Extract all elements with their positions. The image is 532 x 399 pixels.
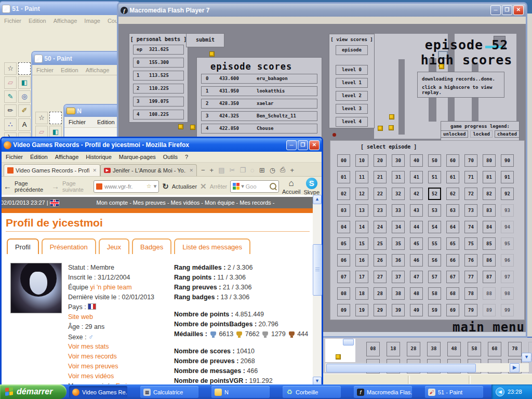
episode-button-71[interactable]: 71: [464, 171, 477, 183]
episode-button-47[interactable]: 47: [410, 271, 423, 283]
bookmark-star-icon[interactable]: ☆: [147, 183, 152, 190]
submit-button[interactable]: submit: [186, 33, 224, 47]
site-nav-links[interactable]: Mon compte - Mes preuves - Mes vidéos - …: [97, 200, 275, 206]
episode-button-14[interactable]: 14: [355, 221, 368, 233]
episode-button-35[interactable]: 35: [392, 237, 405, 250]
taskbar-item-5[interactable]: fMacromedia Flas...: [354, 386, 412, 398]
menu-item[interactable]: Historique: [86, 154, 112, 160]
menu-item[interactable]: ?: [185, 154, 188, 160]
episode-button-63[interactable]: 63: [446, 204, 459, 217]
address-bar[interactable]: www.vgr-fr. ☆ ▾: [94, 180, 159, 193]
tab-close-icon[interactable]: ✕: [189, 168, 193, 173]
view-scores-button-level3[interactable]: level 3: [336, 104, 368, 114]
episode-button-54[interactable]: 54: [428, 221, 441, 233]
episode-button-18[interactable]: 18: [355, 287, 368, 300]
episode-button-37[interactable]: 37: [392, 271, 405, 283]
maximize-button[interactable]: ❒: [502, 5, 512, 15]
vscroll-down-button[interactable]: ▼: [522, 353, 531, 362]
minus-icon[interactable]: −: [201, 166, 205, 174]
taskbar-item-1[interactable]: Video Games Re...: [69, 386, 127, 398]
episode-button-25[interactable]: 25: [374, 237, 387, 250]
browser-scrollbar[interactable]: ▲ ▼: [313, 195, 322, 386]
episode-button-19[interactable]: 19: [355, 304, 368, 316]
eraser-icon[interactable]: ▱: [4, 76, 17, 89]
episode-button-82[interactable]: 82: [483, 188, 496, 200]
profile-tab-4[interactable]: Badges: [132, 238, 171, 254]
rect-select-icon[interactable]: [18, 62, 31, 75]
search-magnifier-icon[interactable]: [270, 183, 276, 190]
episode-button-60[interactable]: 60: [446, 154, 459, 167]
refresh-button[interactable]: ↻: [162, 182, 169, 191]
episode-button-62[interactable]: 62: [446, 188, 459, 200]
episode-button-23[interactable]: 23: [374, 204, 387, 217]
episode-button-24[interactable]: 24: [374, 221, 387, 233]
menu-item[interactable]: Affichage: [86, 67, 110, 73]
menu-item[interactable]: Affichage: [54, 18, 77, 24]
episode-button-20[interactable]: 20: [374, 154, 387, 167]
copy-icon[interactable]: ❐: [240, 166, 246, 174]
close-button[interactable]: ✕: [309, 140, 320, 150]
episode-score-row[interactable]: 2428.350xaelar: [201, 99, 317, 109]
episode-button-21[interactable]: 21: [374, 171, 387, 183]
episode-button-04[interactable]: 04: [337, 221, 350, 233]
skype-icon[interactable]: S: [306, 178, 317, 189]
episode-button-33[interactable]: 33: [392, 204, 405, 217]
folder-n-titlebar[interactable]: N: [64, 105, 121, 117]
episode-button-56[interactable]: 56: [428, 254, 441, 267]
rect-select-icon[interactable]: [49, 112, 62, 124]
episode-button-85[interactable]: 85: [483, 237, 496, 250]
episode-button-94[interactable]: 94: [501, 221, 514, 233]
episode-button-84[interactable]: 84: [483, 221, 496, 233]
bg-episode-button-78[interactable]: 78: [508, 342, 522, 356]
episode-button-26[interactable]: 26: [374, 254, 387, 267]
episode-button-22[interactable]: 22: [374, 188, 387, 200]
episode-button-80[interactable]: 80: [483, 154, 496, 167]
episode-button-87[interactable]: 87: [483, 271, 496, 283]
episode-button-01[interactable]: 01: [337, 171, 350, 183]
episode-button-69[interactable]: 69: [446, 304, 459, 316]
episode-button-39[interactable]: 39: [392, 304, 405, 316]
forward-button[interactable]: →: [51, 182, 59, 191]
profile-link[interactable]: Voir mes vidéos: [68, 373, 114, 380]
view-scores-button-episode[interactable]: episode: [336, 45, 368, 55]
paste-icon[interactable]: ▤: [218, 166, 224, 174]
paint51-titlebar[interactable]: 🖌 51 - Paint: [0, 2, 119, 15]
cut-icon[interactable]: ✂: [229, 166, 235, 174]
episode-button-50[interactable]: 50: [428, 154, 441, 167]
episode-button-30[interactable]: 30: [392, 154, 405, 167]
episode-button-86[interactable]: 86: [483, 254, 496, 267]
pencil-icon[interactable]: ✏: [4, 104, 17, 117]
episode-button-76[interactable]: 76: [464, 254, 477, 267]
search-box[interactable]: ▾ Goo: [230, 180, 279, 193]
maximize-button[interactable]: ❒: [298, 140, 308, 150]
episode-button-00[interactable]: 00: [337, 154, 350, 167]
stop-button[interactable]: ✕: [200, 182, 207, 191]
episode-button-72[interactable]: 72: [464, 188, 477, 200]
profile-link[interactable]: Voir mes records: [68, 353, 117, 360]
episode-button-51[interactable]: 51: [428, 171, 441, 183]
episode-button-73[interactable]: 73: [464, 204, 477, 217]
scroll-thumb[interactable]: [313, 244, 322, 296]
view-scores-button-level2[interactable]: level 2: [336, 91, 368, 101]
episode-button-79[interactable]: 79: [464, 304, 477, 316]
home-button[interactable]: ⌂: [289, 178, 294, 188]
episode-button-32[interactable]: 32: [392, 188, 405, 200]
flash-titlebar[interactable]: f Macromedia Flash Player 7 — ❒ ✕: [118, 4, 526, 17]
episode-button-02[interactable]: 02: [337, 188, 350, 200]
tab-close-icon[interactable]: ✕: [92, 168, 97, 173]
magnifier-icon[interactable]: ◎: [18, 90, 31, 103]
add-icon[interactable]: +: [290, 166, 294, 174]
menu-item[interactable]: Fichier: [69, 119, 86, 125]
episode-button-34[interactable]: 34: [392, 221, 405, 233]
scroll-up-button[interactable]: ▲: [313, 195, 322, 204]
bg-episode-button-38[interactable]: 38: [427, 342, 441, 356]
bg-episode-button-48[interactable]: 48: [447, 342, 461, 356]
fill-icon[interactable]: ◧: [18, 76, 31, 89]
hscroll-right-button[interactable]: ▶: [510, 363, 520, 373]
episode-button-46[interactable]: 46: [410, 254, 423, 267]
paint50-titlebar[interactable]: 🖌 50 - Paint: [32, 52, 121, 65]
minimize-button[interactable]: —: [490, 5, 501, 15]
tab-youtube[interactable]: ▶ Jenifer - L'Amour & Moi - Yo... ✕: [100, 164, 197, 176]
back-label[interactable]: Page précédente: [15, 180, 48, 193]
episode-button-74[interactable]: 74: [464, 221, 477, 233]
